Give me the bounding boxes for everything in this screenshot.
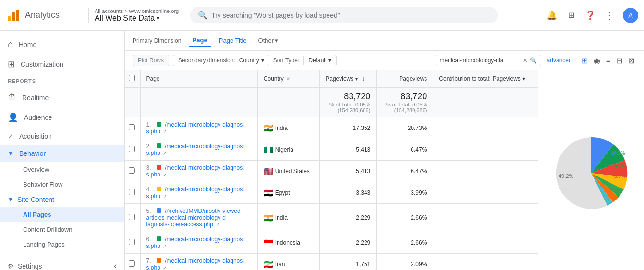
sidebar-item-customization-label: Customization (21, 60, 63, 68)
summary-row: 83,720 % of Total: 0.05% (154,280,686) 8… (125, 87, 538, 117)
page-dimension-btn[interactable]: Page (189, 35, 211, 47)
other-dimension-btn[interactable]: Other ▾ (255, 35, 282, 46)
content-area: Primary Dimension: Page Page Title Other… (125, 31, 644, 270)
sidebar-sub-behavior-flow-label: Behavior Flow (23, 181, 62, 188)
row-dot-4 (157, 187, 161, 191)
country-col-remove-icon[interactable]: ✕ (286, 76, 290, 82)
row-dot-5 (157, 208, 161, 213)
sidebar-item-behavior[interactable]: ▼ Behavior (0, 145, 124, 162)
sort-type-select[interactable]: Default ▾ (303, 55, 337, 66)
ext-link-icon-3[interactable]: ↗ (163, 172, 167, 177)
search-bar[interactable]: 🔍 (190, 7, 498, 23)
table-row: 7. /medical-microbiology-diagnosis.php ↗… (125, 254, 538, 270)
total-pageviews-left: 83,720 (326, 92, 370, 102)
sidebar-sub-landing-pages[interactable]: Landing Pages (0, 237, 124, 252)
more-options-icon[interactable]: ⋮ (604, 10, 615, 21)
flag-3: 🇺🇸 (264, 167, 273, 176)
help-icon[interactable]: ❓ (584, 10, 596, 21)
page-title-dimension-btn[interactable]: Page Title (215, 35, 251, 46)
col-header-pageviews-left[interactable]: Pageviews ▾ ↓ (320, 70, 377, 87)
search-filter-search-icon[interactable]: 🔍 (530, 57, 537, 64)
search-input[interactable] (211, 12, 490, 19)
ext-link-icon-1[interactable]: ↗ (163, 129, 167, 134)
breadcrumb: All accounts > www.omicsonline.org (95, 8, 179, 14)
sort-down-icon: ↓ (362, 75, 365, 82)
table-row: 2. /medical-microbiology-diagnosis.php ↗… (125, 139, 538, 161)
sidebar-sub-all-pages[interactable]: All Pages (0, 207, 124, 222)
ext-link-icon-2[interactable]: ↗ (163, 151, 167, 156)
notifications-icon[interactable]: 🔔 (546, 10, 558, 21)
settings-link[interactable]: ⚙ Settings (8, 262, 110, 270)
row-num-3: 3. (146, 164, 151, 171)
secondary-dimension-label: Secondary dimension: (178, 57, 235, 64)
row-checkbox-5[interactable] (129, 214, 135, 220)
sidebar-sub-overview[interactable]: Overview (0, 162, 124, 177)
dropdown-arrow-icon: ▾ (157, 15, 159, 22)
collapse-icon[interactable]: ‹ (114, 261, 117, 270)
row-num-2: 2. (146, 143, 151, 150)
row-checkbox-3[interactable] (129, 167, 135, 174)
site-content-label: Site Content (17, 196, 54, 203)
row-checkbox-1[interactable] (129, 124, 135, 130)
ext-link-icon-4[interactable]: ↗ (163, 194, 167, 199)
ext-link-icon-7[interactable]: ↗ (163, 265, 167, 270)
behavior-chevron-icon: ▼ (8, 150, 13, 157)
row-checkbox-2[interactable] (129, 146, 135, 152)
select-all-checkbox[interactable] (129, 75, 135, 81)
settings-label: Settings (18, 262, 42, 270)
col-header-contribution[interactable]: Contribution to total: Pageviews ▾ (433, 70, 538, 87)
pie-view-icon[interactable]: ◉ (592, 55, 602, 66)
pv-left-7: 1,751 (320, 254, 377, 270)
ext-link-icon-6[interactable]: ↗ (163, 244, 167, 249)
svg-rect-0 (8, 16, 11, 21)
advanced-link[interactable]: advanced (547, 57, 572, 64)
table-row: 1. /medical-microbiology-diagnosis.php ↗… (125, 117, 538, 139)
row-checkbox-6[interactable] (129, 239, 135, 245)
pivot-view-icon[interactable]: ⊠ (626, 55, 636, 66)
account-selector[interactable]: All accounts > www.omicsonline.org All W… (88, 8, 184, 23)
pie-label-other: 49.2% (559, 173, 573, 179)
country-1: India (275, 125, 288, 131)
landing-pages-label: Landing Pages (23, 241, 65, 248)
site-content-chevron-icon: ▼ (8, 196, 13, 203)
sidebar-sub-behavior-flow[interactable]: Behavior Flow (0, 177, 124, 192)
apps-icon[interactable]: ⊞ (565, 10, 577, 21)
col-header-page: Page (140, 70, 257, 87)
sidebar-item-home-label: Home (19, 41, 36, 48)
ext-link-icon-5[interactable]: ↗ (216, 222, 219, 227)
pie-label-us: 6.5% (614, 174, 625, 179)
compare-view-icon[interactable]: ⊟ (614, 55, 624, 66)
secondary-dimension-select[interactable]: Secondary dimension: Country ▾ (173, 55, 269, 66)
avatar[interactable]: A (623, 8, 638, 23)
table-row: 6. /medical-microbiology-diagnosis.php ↗… (125, 232, 538, 254)
top-header: Analytics All accounts > www.omicsonline… (0, 0, 644, 31)
pv-right-5: 2.66% (377, 204, 433, 232)
sort-default-value: Default (308, 57, 327, 64)
sidebar-sub-content-drilldown[interactable]: Content Drilldown (0, 222, 124, 237)
sidebar-item-home[interactable]: ⌂ Home (0, 35, 124, 54)
row-checkbox-4[interactable] (129, 189, 135, 195)
home-icon: ⌂ (8, 39, 13, 49)
sidebar-item-realtime[interactable]: ⏱ Realtime (0, 88, 124, 107)
row-checkbox-7[interactable] (129, 260, 135, 267)
total-count-right: (154,280,686) (382, 107, 427, 113)
row-num-7: 7. (146, 258, 151, 264)
sidebar-item-customization[interactable]: ⊞ Customization (0, 54, 124, 74)
flag-2: 🇳🇬 (264, 145, 273, 154)
grid-view-icon[interactable]: ⊞ (580, 55, 590, 66)
pv-left-4: 3,343 (320, 182, 377, 204)
pie-label-nigeria: 6.5% (614, 163, 625, 168)
sidebar-site-content-parent[interactable]: ▼ Site Content (0, 192, 124, 207)
col-header-checkbox[interactable] (125, 70, 140, 87)
app-title: Analytics (25, 10, 60, 20)
sidebar-item-audience[interactable]: 👤 Audience (0, 107, 124, 128)
list-view-icon[interactable]: ≡ (604, 55, 612, 66)
acquisition-icon: ↗ (8, 132, 13, 140)
search-filter[interactable]: medical-microbiology-dia ✕ 🔍 (436, 55, 541, 66)
flag-7: 🇮🇷 (264, 260, 273, 269)
secondary-dimension-value: Country (239, 57, 259, 64)
account-name[interactable]: All Web Site Data ▾ (95, 14, 179, 23)
sidebar-item-acquisition[interactable]: ↗ Acquisition (0, 128, 124, 145)
table-container: Page Country ✕ Pageviews ▾ ↓ (125, 70, 644, 270)
search-filter-clear-icon[interactable]: ✕ (523, 57, 528, 64)
